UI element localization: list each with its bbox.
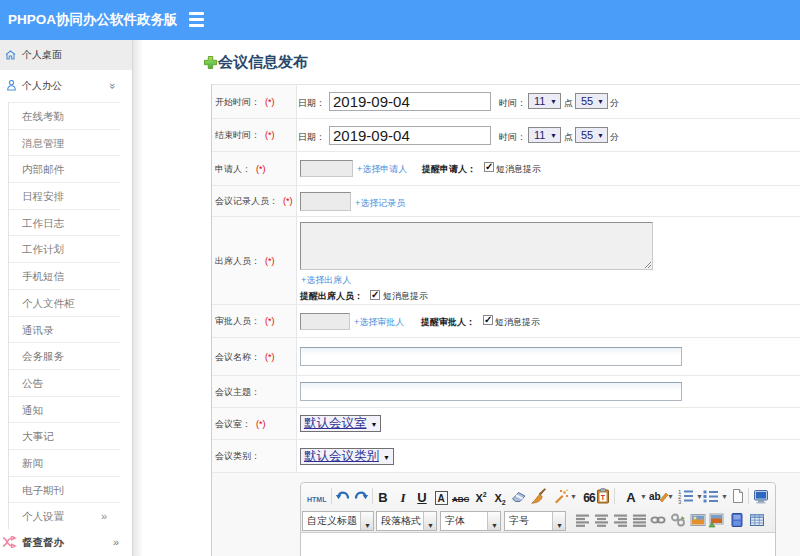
svg-text:T: T [601,494,606,501]
svg-text:3: 3 [678,499,682,504]
svg-text:ab: ab [649,491,661,502]
